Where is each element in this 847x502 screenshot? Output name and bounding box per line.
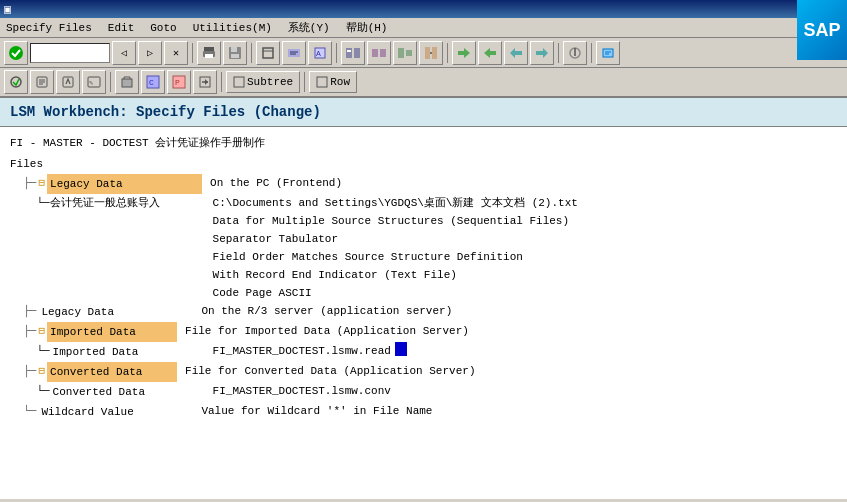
node-value-converted-file: FI_MASTER_DOCTEST.lsmw.conv	[213, 382, 391, 400]
command-field[interactable]	[30, 43, 110, 63]
save-button[interactable]	[223, 41, 247, 65]
row-button[interactable]: Row	[309, 71, 357, 93]
svg-rect-50	[317, 77, 327, 87]
import-detail-0: Data for Multiple Source Structures (Seq…	[213, 212, 578, 230]
svg-rect-22	[432, 47, 437, 59]
tb-btn-8[interactable]	[393, 41, 417, 65]
tb-btn-12[interactable]	[504, 41, 528, 65]
breadcrumb: FI - MASTER - DOCTEST 会计凭证操作手册制作	[10, 135, 837, 150]
svg-text:✎: ✎	[89, 79, 93, 87]
print-button[interactable]	[197, 41, 221, 65]
tb-btn-15[interactable]	[596, 41, 620, 65]
tb2-btn-5[interactable]	[115, 70, 139, 94]
tb-btn-13[interactable]	[530, 41, 554, 65]
node-values-import: C:\Documents and Settings\YGDQS\桌面\新建 文本…	[213, 194, 578, 302]
subtree-label: Subtree	[247, 76, 293, 88]
node-label-import: 会计凭证一般总账导入	[50, 194, 205, 212]
svg-rect-15	[354, 48, 360, 58]
toolbar2: ✎ C P Subtree Row	[0, 68, 847, 98]
tb2-btn-3[interactable]	[56, 70, 80, 94]
tb-btn-10[interactable]	[452, 41, 476, 65]
svg-rect-6	[231, 54, 239, 58]
tb-btn-14[interactable]	[563, 41, 587, 65]
menu-goto[interactable]: Goto	[148, 22, 178, 34]
tb-btn-7[interactable]	[367, 41, 391, 65]
separator3	[336, 43, 337, 63]
check-button[interactable]	[4, 41, 28, 65]
svg-point-29	[574, 48, 576, 50]
svg-rect-17	[372, 49, 378, 57]
import-detail-1: Separator Tabulator	[213, 230, 578, 248]
separator6	[591, 43, 592, 63]
node-label-imported-file: Imported Data	[50, 342, 205, 362]
tb-btn-5[interactable]: A	[308, 41, 332, 65]
tb2-btn-7[interactable]: P	[167, 70, 191, 94]
title-bar: ▣ _ □ ✕	[0, 0, 847, 18]
folder-icon-1: ⊟	[38, 174, 45, 192]
tb-btn-9[interactable]	[419, 41, 443, 65]
app-icon: ▣	[4, 2, 11, 17]
node-value-imported: File for Imported Data (Application Serv…	[185, 322, 469, 340]
tb-btn-4[interactable]	[282, 41, 306, 65]
blue-indicator	[395, 342, 407, 356]
row-label: Row	[330, 76, 350, 88]
back-button[interactable]: ◁	[112, 41, 136, 65]
tree-row-wildcard[interactable]: └─ Wildcard Value Value for Wildcard '*'…	[10, 402, 837, 422]
folder-icon-4: ⊟	[38, 322, 45, 340]
import-file-path: C:\Documents and Settings\YGDQS\桌面\新建 文本…	[213, 194, 578, 212]
content-area: FI - MASTER - DOCTEST 会计凭证操作手册制作 Files ├…	[0, 127, 847, 499]
tree-row-converted-folder[interactable]: ├─ ⊟ Converted Data File for Converted D…	[10, 362, 837, 382]
tree-row-imported-file[interactable]: └─ Imported Data FI_MASTER_DOCTEST.lsmw.…	[10, 342, 837, 362]
svg-rect-14	[346, 48, 352, 58]
tb2-sep2	[221, 72, 222, 92]
menu-utilities[interactable]: Utilities(M)	[191, 22, 274, 34]
tree-row-converted-file[interactable]: └─ Converted Data FI_MASTER_DOCTEST.lsmw…	[10, 382, 837, 402]
separator4	[447, 43, 448, 63]
svg-marker-24	[484, 48, 496, 58]
tb2-btn-6[interactable]: C	[141, 70, 165, 94]
svg-text:P: P	[175, 78, 180, 87]
node-label-wildcard: Wildcard Value	[38, 402, 193, 422]
menu-edit[interactable]: Edit	[106, 22, 136, 34]
cancel-button[interactable]: ✕	[164, 41, 188, 65]
menu-system[interactable]: 系统(Y)	[286, 20, 332, 35]
separator2	[251, 43, 252, 63]
tree-row-legacy-frontend[interactable]: ├─ ⊟ Legacy Data On the PC (Frontend)	[10, 174, 837, 194]
title-bar-left: ▣	[4, 2, 11, 17]
tree-row-legacy-r3[interactable]: ├─ Legacy Data On the R/3 server (applic…	[10, 302, 837, 322]
tree-row-import[interactable]: └─ 会计凭证一般总账导入 C:\Documents and Settings\…	[10, 194, 837, 302]
tb2-btn-4[interactable]: ✎	[82, 70, 106, 94]
tb-btn-6[interactable]	[341, 41, 365, 65]
svg-rect-21	[425, 47, 430, 59]
svg-point-0	[9, 46, 23, 60]
node-label-converted-file: Converted Data	[50, 382, 205, 402]
connector-3: ├─	[23, 302, 36, 320]
tb2-btn-8[interactable]	[193, 70, 217, 94]
node-label-imported: Imported Data	[47, 322, 177, 342]
subtree-button[interactable]: Subtree	[226, 71, 300, 93]
tree-row-imported-folder[interactable]: ├─ ⊟ Imported Data File for Imported Dat…	[10, 322, 837, 342]
tb-btn-3[interactable]	[256, 41, 280, 65]
svg-rect-19	[398, 48, 404, 58]
tb2-btn-1[interactable]	[4, 70, 28, 94]
toolbar1: ◁ ▷ ✕ A	[0, 38, 847, 68]
tb2-btn-2[interactable]	[30, 70, 54, 94]
tb2-sep3	[304, 72, 305, 92]
import-detail-4: Code Page ASCII	[213, 284, 578, 302]
node-value-legacy-frontend: On the PC (Frontend)	[210, 174, 342, 192]
menu-help[interactable]: 帮助(H)	[344, 20, 390, 35]
menu-specify-files[interactable]: Specify Files	[4, 22, 94, 34]
svg-rect-20	[406, 50, 412, 56]
forward-button[interactable]: ▷	[138, 41, 162, 65]
svg-text:C: C	[149, 78, 154, 87]
import-detail-2: Field Order Matches Source Structure Def…	[213, 248, 578, 266]
svg-text:A: A	[316, 49, 321, 58]
node-label-converted: Converted Data	[47, 362, 177, 382]
import-detail-3: With Record End Indicator (Text File)	[213, 266, 578, 284]
svg-marker-26	[536, 48, 548, 58]
svg-marker-23	[458, 48, 470, 58]
connector-6: ├─	[23, 362, 36, 380]
svg-rect-7	[263, 48, 273, 58]
menu-bar: Specify Files Edit Goto Utilities(M) 系统(…	[0, 18, 847, 38]
tb-btn-11[interactable]	[478, 41, 502, 65]
